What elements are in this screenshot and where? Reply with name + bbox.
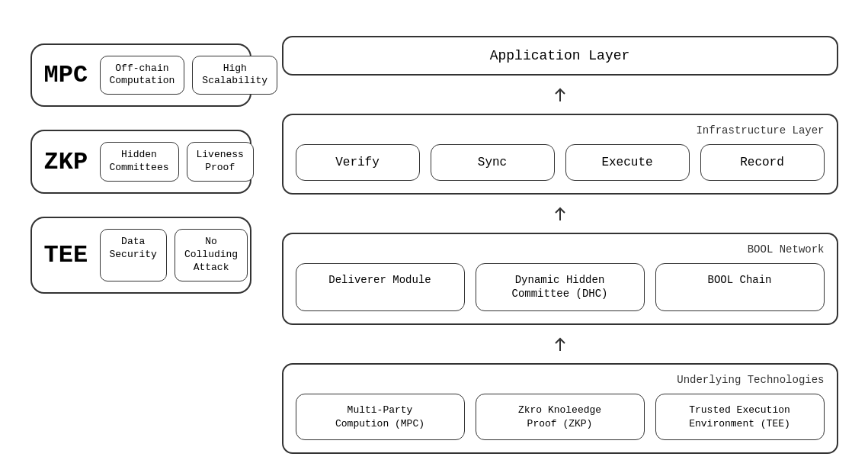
bool-item-dhc: Dynamic HiddenCommittee (DHC)	[476, 263, 645, 312]
bool-layer-label: BOOL Network	[296, 243, 825, 256]
app-layer: Application Layer	[282, 36, 838, 76]
underlying-items: Multi-PartyCompution (MPC) Zkro Knoleedg…	[296, 394, 825, 440]
tee-box: TEE DataSecurity No ColludingAttack	[30, 217, 251, 294]
up-arrow-icon-3	[551, 336, 569, 352]
arrow-bool-to-infra	[282, 205, 838, 222]
infra-item-execute: Execute	[565, 144, 690, 181]
underlying-layer: Underlying Technologies Multi-PartyCompu…	[282, 363, 838, 454]
zkp-label: ZKP	[44, 148, 86, 176]
bool-item-chain: BOOL Chain	[655, 263, 825, 312]
mpc-item-scalability: HighScalability	[192, 56, 277, 95]
zkp-box: ZKP HiddenCommittees LivenessProof	[30, 130, 251, 194]
infra-layer-label: Infrastructure Layer	[296, 124, 825, 137]
up-arrow-icon	[551, 86, 569, 103]
left-panel: MPC Off-chainComputation HighScalability…	[30, 28, 251, 294]
bool-item-deliverer: Deliverer Module	[296, 263, 465, 312]
zkp-item-liveness: LivenessProof	[187, 142, 254, 182]
mpc-items: Off-chainComputation HighScalability	[100, 56, 278, 95]
bool-items: Deliverer Module Dynamic HiddenCommittee…	[296, 263, 825, 312]
tee-items: DataSecurity No ColludingAttack	[100, 229, 248, 281]
tee-item-security: DataSecurity	[100, 229, 167, 281]
right-panel: Application Layer Infrastructure Layer V…	[282, 28, 838, 455]
arrow-app-to-infra	[282, 86, 838, 103]
mpc-item-offchain: Off-chainComputation	[100, 56, 185, 95]
zkp-items: HiddenCommittees LivenessProof	[100, 142, 254, 182]
bool-layer: BOOL Network Deliverer Module Dynamic Hi…	[282, 233, 838, 326]
tee-label: TEE	[44, 241, 86, 269]
infra-items: Verify Sync Execute Record	[296, 144, 825, 181]
app-layer-label: Application Layer	[490, 48, 630, 63]
mpc-label: MPC	[44, 61, 86, 89]
diagram-container: MPC Off-chainComputation HighScalability…	[15, 13, 854, 448]
underlying-item-tee: Trusted ExecutionEnvironment (TEE)	[655, 394, 825, 440]
infra-item-verify: Verify	[296, 144, 420, 181]
up-arrow-icon-2	[551, 205, 569, 222]
infra-item-sync: Sync	[431, 144, 555, 181]
infra-layer: Infrastructure Layer Verify Sync Execute…	[282, 114, 838, 195]
mpc-box: MPC Off-chainComputation HighScalability	[30, 43, 251, 108]
tee-item-noattack: No ColludingAttack	[175, 229, 248, 281]
arrow-underlying-to-bool	[282, 336, 838, 352]
zkp-item-committees: HiddenCommittees	[100, 142, 179, 182]
underlying-item-zkp: Zkro KnoleedgeProof (ZKP)	[476, 394, 645, 440]
underlying-item-mpc: Multi-PartyCompution (MPC)	[296, 394, 465, 440]
infra-item-record: Record	[700, 144, 825, 181]
underlying-layer-label: Underlying Technologies	[296, 374, 825, 386]
